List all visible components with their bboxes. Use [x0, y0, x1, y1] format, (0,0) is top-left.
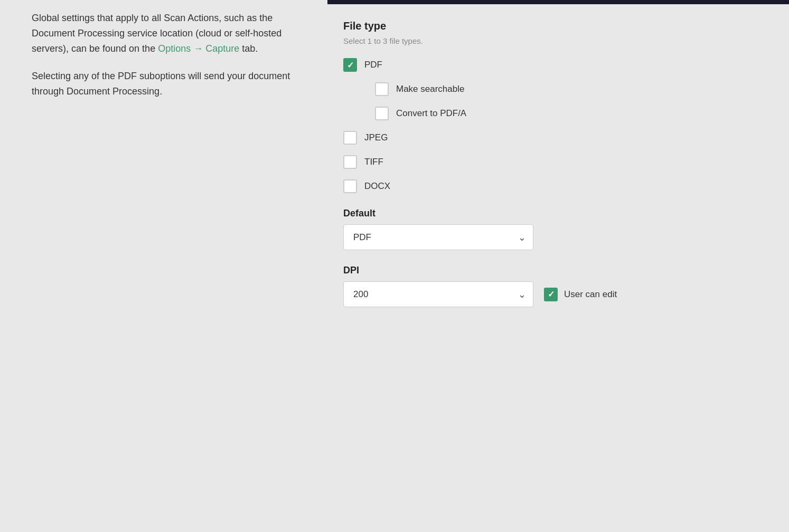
file-type-subtitle: Select 1 to 3 file types. — [343, 36, 768, 45]
checkbox-label-convert-pdfa: Convert to PDF/A — [396, 108, 466, 119]
checkbox-jpeg[interactable] — [343, 131, 357, 145]
left-panel: Global settings that apply to all Scan A… — [0, 0, 327, 532]
checkbox-row-tiff: TIFF — [343, 155, 768, 169]
options-capture-link[interactable]: Options → Capture — [158, 43, 239, 54]
checkbox-label-tiff: TIFF — [364, 157, 383, 167]
checkbox-row-jpeg: JPEG — [343, 131, 768, 145]
description-paragraph-1: Global settings that apply to all Scan A… — [32, 11, 306, 56]
checkbox-label-jpeg: JPEG — [364, 132, 388, 143]
checkbox-user-can-edit[interactable] — [544, 288, 558, 301]
default-section: Default PDF JPEG TIFF DOCX ⌄ — [343, 208, 768, 250]
checkbox-row-make-searchable: Make searchable — [375, 82, 768, 96]
dpi-select-wrapper: 72 100 150 200 300 600 ⌄ — [343, 281, 533, 307]
top-bar — [327, 0, 789, 4]
checkbox-label-pdf: PDF — [364, 60, 382, 70]
checkbox-row-pdf: PDF — [343, 58, 768, 72]
description-paragraph-2: Selecting any of the PDF suboptions will… — [32, 69, 306, 99]
checkbox-tiff[interactable] — [343, 155, 357, 169]
checkbox-label-make-searchable: Make searchable — [396, 84, 464, 94]
checkbox-make-searchable[interactable] — [375, 82, 389, 96]
checkbox-docx[interactable] — [343, 179, 357, 193]
checkbox-convert-pdfa[interactable] — [375, 107, 389, 120]
default-select-wrapper: PDF JPEG TIFF DOCX ⌄ — [343, 224, 533, 250]
checkbox-row-docx: DOCX — [343, 179, 768, 193]
default-label: Default — [343, 208, 768, 219]
dpi-section: DPI 72 100 150 200 300 600 ⌄ User can ed… — [343, 265, 768, 307]
right-panel: File type Select 1 to 3 file types. PDF … — [327, 0, 789, 532]
dpi-label: DPI — [343, 265, 768, 276]
user-can-edit-container: User can edit — [544, 288, 617, 301]
checkbox-row-convert-pdfa: Convert to PDF/A — [375, 107, 768, 120]
user-can-edit-label: User can edit — [564, 289, 617, 300]
checkbox-label-docx: DOCX — [364, 181, 390, 192]
dpi-row: 72 100 150 200 300 600 ⌄ User can edit — [343, 281, 768, 307]
default-select[interactable]: PDF JPEG TIFF DOCX — [343, 224, 533, 250]
dpi-select[interactable]: 72 100 150 200 300 600 — [343, 281, 533, 307]
file-type-title: File type — [343, 20, 768, 32]
checkbox-pdf[interactable] — [343, 58, 357, 72]
